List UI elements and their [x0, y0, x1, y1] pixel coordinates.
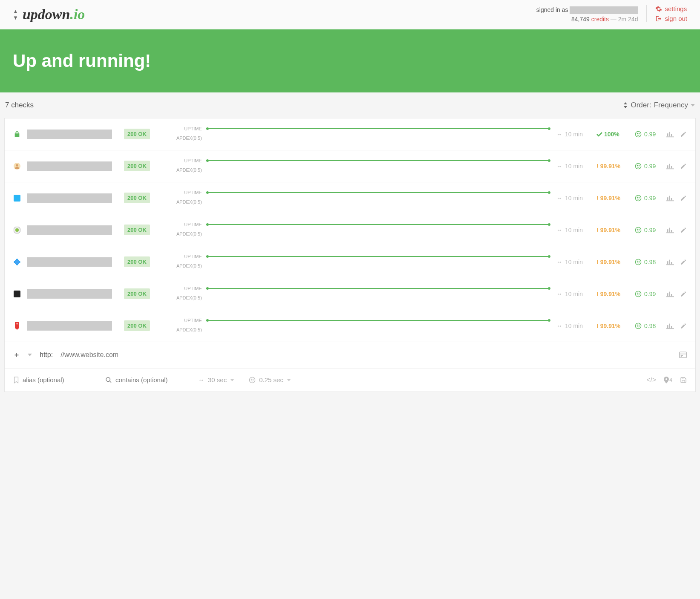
- url-input[interactable]: [60, 351, 671, 359]
- brand-name: updown.io: [23, 6, 85, 23]
- alias-input[interactable]: [23, 376, 91, 383]
- interval-select[interactable]: ↔ 30 sec: [198, 376, 234, 383]
- edit-icon[interactable]: [680, 259, 687, 265]
- credits-label[interactable]: credits: [591, 16, 609, 23]
- check-row[interactable]: 200 OKUPTIMEAPDEX(0.5)↔10 min100%0.99: [5, 118, 695, 150]
- signout-link[interactable]: sign out: [655, 15, 687, 22]
- edit-icon[interactable]: [680, 195, 687, 202]
- gear-icon: [655, 6, 662, 12]
- uptime-label: UPTIME: [169, 222, 202, 227]
- site-icon: [13, 322, 21, 330]
- svg-point-26: [637, 229, 637, 229]
- apdex-select[interactable]: 0.25 sec: [249, 376, 291, 383]
- stats-icon[interactable]: [666, 195, 674, 202]
- apdex-label: APDEX(0.5): [169, 199, 202, 204]
- frequency: ↔10 min: [556, 227, 591, 233]
- credits-duration: 2m 24d: [618, 16, 638, 23]
- apdex-bars: [206, 325, 550, 334]
- uptime-sparkline: [206, 224, 550, 225]
- location-icon[interactable]: 4: [664, 377, 672, 383]
- logo[interactable]: ▲▼ updown.io: [13, 6, 85, 23]
- edit-icon[interactable]: [680, 227, 687, 233]
- svg-point-39: [635, 291, 641, 297]
- apdex-label: APDEX(0.5): [169, 295, 202, 300]
- check-list: 200 OKUPTIMEAPDEX(0.5)↔10 min100%0.99200…: [4, 118, 696, 342]
- svg-rect-5: [669, 132, 670, 136]
- sort-icon: [623, 102, 628, 108]
- edit-icon[interactable]: [680, 291, 687, 297]
- check-row[interactable]: 200 OKUPTIMEAPDEX(0.5)↔10 min!99.91%0.99: [5, 150, 695, 182]
- stats-icon[interactable]: [666, 131, 674, 138]
- apdex-score: 0.99: [635, 163, 660, 170]
- svg-rect-31: [671, 230, 672, 232]
- stats-icon[interactable]: [666, 259, 674, 265]
- svg-point-60: [250, 377, 255, 383]
- uptime-label: UPTIME: [169, 126, 202, 131]
- uptime-sparkline: [206, 128, 550, 129]
- svg-point-27: [639, 229, 639, 229]
- check-row[interactable]: 200 OKUPTIMEAPDEX(0.5)↔10 min!99.91%0.99: [5, 278, 695, 310]
- edit-icon[interactable]: [680, 323, 687, 329]
- svg-rect-20: [667, 197, 668, 200]
- svg-point-34: [639, 261, 639, 261]
- check-row[interactable]: 200 OKUPTIMEAPDEX(0.5)↔10 min!99.91%0.99: [5, 182, 695, 214]
- credits-dash: —: [611, 16, 618, 23]
- status-badge: 200 OK: [124, 256, 150, 267]
- chevron-down-icon: [230, 379, 234, 381]
- svg-rect-53: [671, 326, 672, 328]
- apdex-bars: [206, 166, 550, 174]
- svg-rect-19: [666, 200, 674, 201]
- chevron-down-icon[interactable]: [28, 354, 32, 356]
- contains-input[interactable]: [115, 376, 184, 383]
- uptime-percent: !99.91%: [596, 227, 629, 233]
- svg-rect-50: [666, 328, 674, 329]
- svg-point-11: [639, 165, 639, 165]
- search-icon: [105, 377, 112, 383]
- uptime-sparkline: [206, 320, 550, 321]
- card-icon[interactable]: [679, 351, 687, 358]
- apdex-score: 0.99: [635, 131, 660, 138]
- edit-icon[interactable]: [680, 131, 687, 138]
- apdex-bars: [206, 134, 550, 142]
- order-select[interactable]: Order: Frequency: [623, 101, 695, 109]
- site-icon: [13, 130, 21, 138]
- uptime-label: UPTIME: [169, 318, 202, 323]
- svg-rect-15: [671, 166, 672, 168]
- check-row[interactable]: 200 OKUPTIMEAPDEX(0.5)↔10 min!99.91%0.98: [5, 246, 695, 278]
- alias-field[interactable]: [13, 376, 91, 383]
- svg-point-18: [639, 197, 639, 197]
- status-badge: 200 OK: [124, 193, 150, 203]
- uptime-percent: !99.91%: [596, 259, 629, 265]
- svg-rect-51: [667, 325, 668, 328]
- stats-icon[interactable]: [666, 323, 674, 329]
- site-name-redacted: [27, 161, 112, 171]
- check-row[interactable]: 200 OKUPTIMEAPDEX(0.5)↔10 min!99.91%0.98: [5, 310, 695, 342]
- frequency: ↔10 min: [556, 131, 591, 138]
- check-row[interactable]: 200 OKUPTIMEAPDEX(0.5)↔10 min!99.91%0.99: [5, 214, 695, 246]
- code-icon[interactable]: </>: [646, 376, 656, 384]
- status-badge: 200 OK: [124, 129, 150, 139]
- svg-point-0: [635, 131, 641, 137]
- contains-field[interactable]: [105, 376, 184, 383]
- edit-icon[interactable]: [680, 163, 687, 170]
- save-icon[interactable]: [680, 377, 687, 383]
- uptime-percent: !99.91%: [596, 291, 629, 297]
- uptime-percent: !99.91%: [596, 323, 629, 329]
- svg-point-41: [639, 293, 639, 293]
- uptime-percent: !99.91%: [596, 163, 629, 170]
- apdex-label: APDEX(0.5): [169, 231, 202, 236]
- svg-point-33: [637, 261, 637, 261]
- svg-point-25: [635, 227, 641, 233]
- svg-point-49: [639, 325, 639, 325]
- charts: UPTIMEAPDEX(0.5): [169, 158, 550, 174]
- svg-rect-29: [667, 229, 668, 232]
- settings-link[interactable]: settings: [655, 5, 687, 12]
- svg-rect-43: [667, 293, 668, 296]
- stats-icon[interactable]: [666, 291, 674, 297]
- add-check-form: ＋ http: ↔ 30 sec 0.25 sec </> 4: [4, 342, 696, 392]
- stats-icon[interactable]: [666, 163, 674, 170]
- summary-bar: 7 checks Order: Frequency: [0, 92, 700, 118]
- add-icon[interactable]: ＋: [13, 351, 20, 360]
- signout-icon: [655, 15, 662, 22]
- stats-icon[interactable]: [666, 227, 674, 233]
